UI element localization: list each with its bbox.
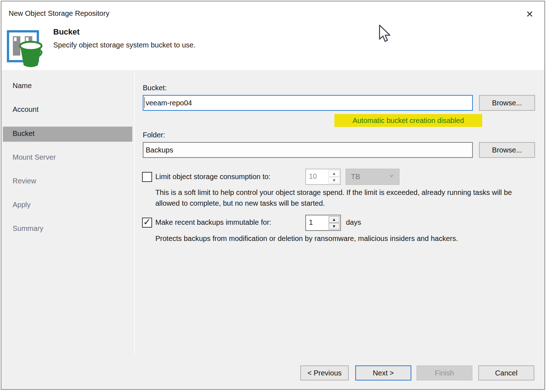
step-subtitle: Specify object storage system bucket to …	[53, 41, 196, 49]
folder-label: Folder:	[143, 131, 165, 139]
bucket-browse-button[interactable]: Browse...	[479, 95, 535, 111]
immutable-checkbox[interactable]: ✓	[142, 218, 152, 228]
repository-bucket-icon	[6, 30, 44, 70]
immutable-days-value: 1	[306, 215, 328, 230]
spin-up-icon[interactable]: ▲	[329, 216, 339, 223]
bucket-creation-notice: Automatic bucket creation disabled	[334, 114, 482, 127]
sidebar-item-apply[interactable]: Apply	[13, 201, 31, 209]
limit-help-text: This is a soft limit to help control you…	[155, 187, 537, 209]
limit-value: 10	[306, 169, 328, 184]
text-caret	[144, 97, 145, 108]
limit-consumption-label: Limit object storage consumption to:	[155, 173, 270, 181]
spin-down-icon[interactable]: ▼	[329, 223, 339, 229]
finish-button: Finish	[416, 365, 472, 380]
close-button[interactable]: ✕	[524, 8, 536, 20]
limit-consumption-checkbox[interactable]	[142, 172, 152, 182]
wizard-window: New Object Storage Repository ✕ Bucket S…	[1, 1, 545, 390]
sidebar-item-summary[interactable]: Summary	[13, 224, 44, 233]
immutable-help-text: Protects backups from modification or de…	[155, 233, 537, 244]
limit-unit-dropdown[interactable]: TB ⌄	[346, 169, 399, 185]
checkmark-icon: ✓	[143, 218, 151, 225]
sidebar-item-name[interactable]: Name	[13, 82, 32, 90]
sidebar-item-review[interactable]: Review	[13, 177, 36, 185]
sidebar-item-bucket[interactable]: Bucket	[13, 129, 35, 138]
close-icon: ✕	[526, 9, 534, 19]
folder-input[interactable]: Backups	[143, 142, 473, 158]
previous-button[interactable]: < Previous	[300, 365, 349, 380]
sidebar-divider	[134, 70, 135, 354]
immutable-label: Make recent backups immutable for:	[155, 218, 271, 227]
bucket-label: Bucket:	[143, 84, 167, 92]
step-title: Bucket	[53, 27, 79, 37]
limit-unit-value: TB	[351, 173, 360, 181]
title-bar: New Object Storage Repository ✕	[1, 1, 544, 22]
spin-up-icon[interactable]: ▲	[329, 170, 339, 177]
window-title: New Object Storage Repository	[9, 9, 109, 18]
spin-down-icon[interactable]: ▼	[329, 177, 339, 183]
wizard-body: Name Account Bucket Mount Server Review …	[1, 70, 544, 389]
bucket-input[interactable]: veeam-repo04	[143, 95, 473, 111]
sidebar-item-account[interactable]: Account	[13, 105, 38, 114]
sidebar-item-mount-server[interactable]: Mount Server	[13, 153, 56, 161]
limit-value-spinner[interactable]: 10 ▲ ▼	[305, 169, 341, 185]
cancel-button[interactable]: Cancel	[478, 365, 534, 380]
next-button[interactable]: Next >	[355, 365, 411, 380]
folder-browse-button[interactable]: Browse...	[479, 142, 535, 158]
chevron-down-icon: ⌄	[388, 170, 395, 179]
immutable-days-spinner[interactable]: 1 ▲ ▼	[305, 215, 341, 231]
immutable-unit-label: days	[346, 218, 361, 227]
